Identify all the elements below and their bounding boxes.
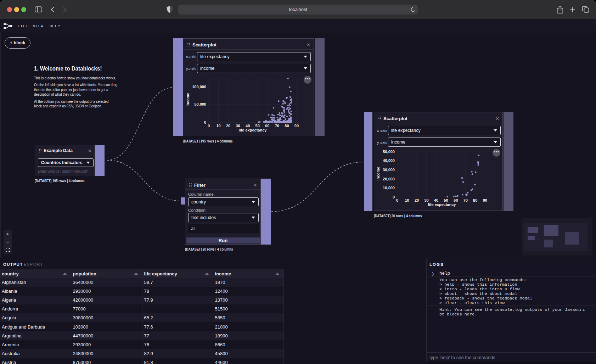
svg-text:40,000: 40,000 <box>383 158 395 163</box>
svg-text:20: 20 <box>226 124 230 128</box>
svg-text:80: 80 <box>285 124 289 128</box>
svg-text:life expectancy: life expectancy <box>239 128 267 132</box>
svg-text:100,000: 100,000 <box>192 85 206 89</box>
svg-text:20,000: 20,000 <box>383 177 395 181</box>
svg-text:income: income <box>376 167 380 181</box>
svg-text:30,000: 30,000 <box>383 168 395 172</box>
svg-text:50,000: 50,000 <box>383 150 395 154</box>
svg-text:0: 0 <box>204 120 206 124</box>
svg-text:life expectancy: life expectancy <box>428 202 456 207</box>
svg-text:90: 90 <box>294 124 299 128</box>
svg-text:50,000: 50,000 <box>194 102 206 106</box>
svg-text:80: 80 <box>473 198 477 202</box>
svg-text:10: 10 <box>216 124 220 128</box>
svg-text:40: 40 <box>434 198 438 202</box>
svg-text:50: 50 <box>444 198 448 202</box>
svg-text:30: 30 <box>236 124 240 128</box>
svg-text:60: 60 <box>454 198 458 202</box>
svg-text:20: 20 <box>415 198 419 202</box>
svg-text:90: 90 <box>483 198 487 202</box>
svg-text:0: 0 <box>208 124 210 128</box>
svg-text:40: 40 <box>246 124 250 128</box>
svg-text:60: 60 <box>265 124 269 128</box>
svg-text:30: 30 <box>424 198 428 202</box>
svg-text:10: 10 <box>405 198 409 202</box>
svg-text:income: income <box>186 93 190 107</box>
svg-text:0: 0 <box>393 195 395 199</box>
svg-text:70: 70 <box>275 124 279 128</box>
svg-text:50: 50 <box>255 124 260 128</box>
svg-text:70: 70 <box>463 198 468 202</box>
svg-text:0: 0 <box>396 198 398 202</box>
svg-text:10,000: 10,000 <box>383 186 395 190</box>
